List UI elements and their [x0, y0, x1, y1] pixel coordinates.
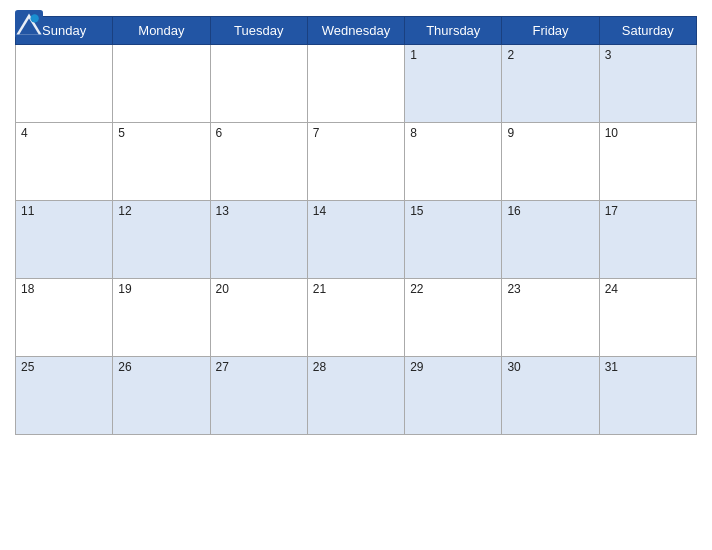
- calendar-cell: 1: [405, 45, 502, 123]
- week-row: 11121314151617: [16, 201, 697, 279]
- calendar-cell: 7: [307, 123, 404, 201]
- calendar-cell: 19: [113, 279, 210, 357]
- calendar-cell: 23: [502, 279, 599, 357]
- week-row: 123: [16, 45, 697, 123]
- calendar-cell: 2: [502, 45, 599, 123]
- day-number: 22: [410, 282, 496, 296]
- calendar-cell: 28: [307, 357, 404, 435]
- calendar-container: Sunday Monday Tuesday Wednesday Thursday…: [0, 0, 712, 550]
- day-number: 4: [21, 126, 107, 140]
- week-row: 45678910: [16, 123, 697, 201]
- header-thursday: Thursday: [405, 17, 502, 45]
- day-number: 28: [313, 360, 399, 374]
- calendar-cell: [210, 45, 307, 123]
- calendar-cell: 11: [16, 201, 113, 279]
- day-number: 30: [507, 360, 593, 374]
- calendar-cell: 30: [502, 357, 599, 435]
- calendar-cell: 26: [113, 357, 210, 435]
- day-number: 23: [507, 282, 593, 296]
- day-number: 14: [313, 204, 399, 218]
- day-number: 12: [118, 204, 204, 218]
- calendar-cell: 31: [599, 357, 696, 435]
- day-number: 17: [605, 204, 691, 218]
- calendar-cell: 17: [599, 201, 696, 279]
- day-number: 20: [216, 282, 302, 296]
- day-number: 3: [605, 48, 691, 62]
- day-number: 8: [410, 126, 496, 140]
- day-number: 9: [507, 126, 593, 140]
- calendar-cell: 14: [307, 201, 404, 279]
- day-number: 19: [118, 282, 204, 296]
- calendar-table: Sunday Monday Tuesday Wednesday Thursday…: [15, 16, 697, 435]
- calendar-cell: 4: [16, 123, 113, 201]
- calendar-cell: [113, 45, 210, 123]
- day-number: 7: [313, 126, 399, 140]
- calendar-cell: 9: [502, 123, 599, 201]
- calendar-cell: 16: [502, 201, 599, 279]
- calendar-cell: 12: [113, 201, 210, 279]
- day-number: 15: [410, 204, 496, 218]
- calendar-cell: 22: [405, 279, 502, 357]
- calendar-cell: 18: [16, 279, 113, 357]
- calendar-cell: 15: [405, 201, 502, 279]
- header-wednesday: Wednesday: [307, 17, 404, 45]
- day-number: 5: [118, 126, 204, 140]
- header-tuesday: Tuesday: [210, 17, 307, 45]
- header-saturday: Saturday: [599, 17, 696, 45]
- week-row: 25262728293031: [16, 357, 697, 435]
- day-number: 31: [605, 360, 691, 374]
- day-number: 27: [216, 360, 302, 374]
- calendar-cell: 10: [599, 123, 696, 201]
- days-header-row: Sunday Monday Tuesday Wednesday Thursday…: [16, 17, 697, 45]
- calendar-cell: 13: [210, 201, 307, 279]
- day-number: 2: [507, 48, 593, 62]
- logo-icon: [15, 10, 43, 38]
- day-number: 13: [216, 204, 302, 218]
- day-number: 24: [605, 282, 691, 296]
- calendar-cell: 20: [210, 279, 307, 357]
- day-number: 16: [507, 204, 593, 218]
- svg-point-3: [30, 14, 38, 22]
- calendar-cell: 25: [16, 357, 113, 435]
- logo-area: [15, 10, 47, 38]
- day-number: 26: [118, 360, 204, 374]
- header-friday: Friday: [502, 17, 599, 45]
- calendar-cell: 27: [210, 357, 307, 435]
- day-number: 18: [21, 282, 107, 296]
- calendar-cell: 6: [210, 123, 307, 201]
- day-number: 6: [216, 126, 302, 140]
- day-number: 11: [21, 204, 107, 218]
- day-number: 29: [410, 360, 496, 374]
- calendar-cell: 8: [405, 123, 502, 201]
- day-number: 1: [410, 48, 496, 62]
- week-row: 18192021222324: [16, 279, 697, 357]
- calendar-cell: 3: [599, 45, 696, 123]
- day-number: 10: [605, 126, 691, 140]
- day-number: 21: [313, 282, 399, 296]
- calendar-cell: 5: [113, 123, 210, 201]
- calendar-cell: [307, 45, 404, 123]
- calendar-cell: [16, 45, 113, 123]
- calendar-cell: 21: [307, 279, 404, 357]
- header-monday: Monday: [113, 17, 210, 45]
- calendar-cell: 29: [405, 357, 502, 435]
- calendar-cell: 24: [599, 279, 696, 357]
- day-number: 25: [21, 360, 107, 374]
